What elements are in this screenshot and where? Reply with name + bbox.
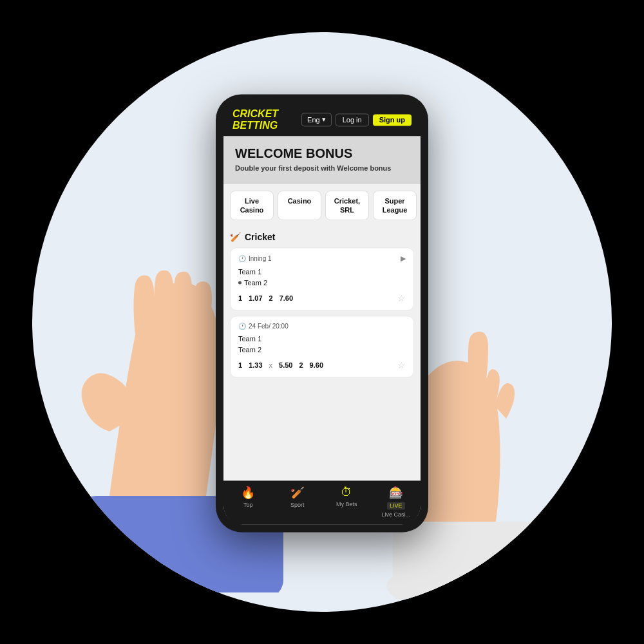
language-button[interactable]: Eng ▾ bbox=[301, 113, 332, 126]
category-tabs: LiveCasino Casino Cricket,SRL SuperLeagu… bbox=[223, 184, 421, 227]
nav-sport-label: Sport bbox=[290, 502, 305, 508]
phone-header: CRICKET BETTING Eng ▾ Log in Sign up bbox=[223, 102, 421, 136]
nav-top[interactable]: 🔥 Top bbox=[223, 486, 273, 518]
tab-super-league[interactable]: SuperLeague bbox=[373, 191, 417, 221]
chevron-down-icon: ▾ bbox=[322, 115, 326, 124]
team-1-row: Team 1 bbox=[238, 267, 406, 278]
phone-content: WELCOME BONUS Double your first deposit … bbox=[223, 137, 421, 525]
welcome-banner: WELCOME BONUS Double your first deposit … bbox=[223, 137, 421, 184]
welcome-title: WELCOME BONUS bbox=[235, 147, 409, 162]
odds-9[interactable]: 9.60 bbox=[310, 362, 323, 370]
match-1-teams: Team 1 Team 2 bbox=[238, 267, 406, 289]
odds-x[interactable]: x bbox=[269, 362, 273, 370]
nav-sport[interactable]: 🏏 Sport bbox=[273, 486, 323, 518]
cricket-section: 🏏 Cricket 🕐 Inning 1 ▶ bbox=[223, 227, 421, 481]
phone: CRICKET BETTING Eng ▾ Log in Sign up WEL… bbox=[216, 94, 428, 532]
favorite-star-2[interactable]: ☆ bbox=[397, 361, 406, 371]
match-2-time: 🕐 24 Feb/ 20:00 bbox=[238, 323, 289, 330]
svg-rect-3 bbox=[393, 522, 547, 599]
odds-2[interactable]: 1.07 bbox=[249, 295, 262, 303]
video-icon-1: ▶ bbox=[401, 255, 406, 263]
match-2-header: 🕐 24 Feb/ 20:00 bbox=[238, 323, 406, 330]
match-card-1: 🕐 Inning 1 ▶ Team 1 Team 2 bbox=[230, 248, 414, 311]
match-1-time: 🕐 Inning 1 bbox=[238, 256, 272, 263]
team-dot bbox=[238, 281, 242, 285]
odds-5[interactable]: 1 bbox=[238, 362, 242, 370]
match-card-2: 🕐 24 Feb/ 20:00 Team 1 Team 2 bbox=[230, 316, 414, 378]
clock-icon-1: 🕐 bbox=[238, 256, 246, 263]
fire-icon: 🔥 bbox=[241, 486, 255, 500]
signup-button[interactable]: Sign up bbox=[373, 114, 412, 126]
odds-4[interactable]: 7.60 bbox=[279, 295, 293, 303]
clock-icon-2: 🕐 bbox=[238, 323, 246, 330]
bets-icon: ⏱ bbox=[341, 486, 352, 499]
odds-7[interactable]: 5.50 bbox=[279, 362, 292, 370]
nav-bets-label: My Bets bbox=[336, 501, 357, 507]
app-logo: CRICKET BETTING bbox=[232, 108, 278, 131]
team-2-row: Team 2 bbox=[238, 278, 406, 289]
match-1-odds: 1 1.07 2 7.60 ☆ bbox=[238, 294, 406, 304]
nav-top-label: Top bbox=[243, 502, 253, 508]
welcome-subtitle: Double your first deposit with Welcome b… bbox=[235, 164, 409, 174]
section-header: 🏏 Cricket bbox=[230, 232, 414, 243]
sport-icon: 🏏 bbox=[290, 486, 305, 500]
tab-live-casino[interactable]: LiveCasino bbox=[230, 191, 274, 221]
team-4-row: Team 2 bbox=[238, 345, 406, 355]
bottom-nav: 🔥 Top 🏏 Sport ⏱ My Bets 🎰 LIVE Live bbox=[223, 480, 421, 524]
phone-screen: CRICKET BETTING Eng ▾ Log in Sign up WEL… bbox=[223, 102, 421, 524]
scene: CRICKET BETTING Eng ▾ Log in Sign up WEL… bbox=[32, 32, 612, 612]
match-2-teams: Team 1 Team 2 bbox=[238, 334, 406, 355]
cricket-icon: 🏏 bbox=[230, 232, 241, 243]
team-3-row: Team 1 bbox=[238, 334, 406, 345]
header-actions: Eng ▾ Log in Sign up bbox=[301, 113, 412, 126]
nav-live-casino[interactable]: 🎰 LIVE Live Casi... bbox=[372, 486, 421, 518]
odds-6[interactable]: 1.33 bbox=[249, 362, 262, 370]
tab-casino[interactable]: Casino bbox=[278, 191, 321, 221]
nav-live-label: Live Casi... bbox=[381, 511, 410, 518]
odds-8[interactable]: 2 bbox=[299, 362, 303, 370]
match-1-header: 🕐 Inning 1 ▶ bbox=[238, 255, 406, 263]
login-button[interactable]: Log in bbox=[336, 113, 369, 126]
favorite-star-1[interactable]: ☆ bbox=[397, 294, 406, 304]
match-2-odds: 1 1.33 x 5.50 2 9.60 ☆ bbox=[238, 361, 406, 371]
nav-my-bets[interactable]: ⏱ My Bets bbox=[322, 486, 372, 518]
section-title: Cricket bbox=[245, 232, 275, 243]
tab-cricket-srl[interactable]: Cricket,SRL bbox=[325, 191, 369, 221]
odds-3[interactable]: 2 bbox=[269, 295, 273, 303]
odds-1[interactable]: 1 bbox=[238, 295, 242, 303]
live-icon: 🎰 bbox=[389, 486, 403, 500]
nav-live-badge: LIVE bbox=[387, 502, 405, 509]
